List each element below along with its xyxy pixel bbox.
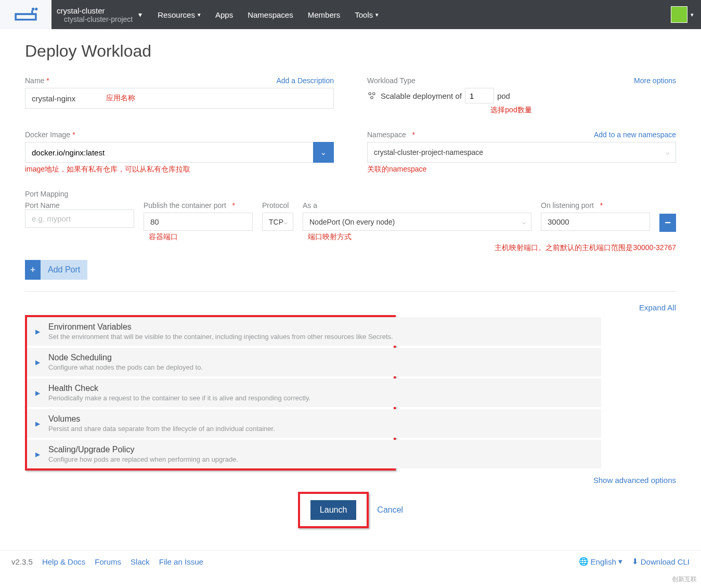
add-port-button[interactable]: + Add Port [25, 260, 87, 280]
forums-link[interactable]: Forums [95, 557, 121, 566]
svg-point-4 [371, 97, 373, 99]
panel-node-scheduling[interactable]: ▶Node SchedulingConfigure what nodes the… [27, 348, 601, 376]
chevron-down-icon: ▾ [138, 10, 142, 19]
protocol-select[interactable]: TCP ⌵ [262, 213, 293, 231]
name-annotation: 应用名称 [106, 94, 135, 103]
namespace-annotation: 关联的namespace [367, 165, 676, 174]
listening-port-label: On listening port * [541, 201, 650, 210]
chevron-down-icon: ⌄ [320, 148, 327, 156]
cluster-name: crystal-cluster [57, 6, 133, 15]
launch-highlight: Launch [298, 492, 369, 528]
scalable-text-post: pod [497, 92, 510, 100]
caret-right-icon: ▶ [35, 451, 40, 458]
panels-highlight: ▶Environment VariablesSet the environmen… [25, 315, 396, 471]
footer: v2.3.5 Help & Docs Forums Slack File an … [0, 550, 701, 572]
panel-desc: Configure how pods are replaced when per… [48, 455, 593, 463]
port-name-label: Port Name [25, 201, 134, 210]
nav-members[interactable]: Members [301, 10, 348, 19]
panel-desc: Configure what nodes the pods can be dep… [48, 363, 593, 371]
expand-all-link[interactable]: Expand All [25, 303, 676, 312]
docker-image-annotation: image地址，如果有私有仓库，可以从私有仓库拉取 [25, 165, 334, 174]
publish-port-label: Publish the container port * [144, 201, 253, 210]
panel-title: Volumes [48, 414, 593, 424]
caret-right-icon: ▶ [35, 328, 40, 335]
nav-resources[interactable]: Resources▾ [150, 10, 208, 19]
svg-point-2 [369, 93, 371, 95]
show-advanced-link[interactable]: Show advanced options [25, 476, 676, 485]
workload-type-label: Workload Type [367, 76, 676, 85]
chevron-down-icon: ⌵ [522, 218, 526, 226]
add-description-link[interactable]: Add a Description [276, 76, 334, 85]
nav-namespaces[interactable]: Namespaces [240, 10, 301, 19]
launch-button[interactable]: Launch [310, 500, 357, 520]
panel-volumes[interactable]: ▶VolumesPersist and share data separate … [27, 409, 601, 438]
pod-count-annotation: 选择pod数量 [367, 106, 676, 115]
panel-scaling-upgrade-policy[interactable]: ▶Scaling/Upgrade PolicyConfigure how pod… [27, 440, 601, 468]
project-name: ctystal-cluster-project [57, 15, 133, 23]
port-name-input[interactable] [25, 210, 134, 228]
caret-right-icon: ▶ [35, 389, 40, 397]
name-input[interactable] [25, 88, 334, 109]
panel-title: Environment Variables [48, 322, 593, 332]
panel-desc: Set the environment that will be visible… [48, 333, 593, 341]
logo[interactable] [0, 0, 51, 29]
rancher-logo-icon [11, 7, 40, 22]
file-issue-link[interactable]: File an Issue [159, 557, 203, 566]
namespace-select[interactable]: crystal-cluster-project-namespace ⌵ [367, 142, 676, 163]
caret-right-icon: ▶ [35, 359, 40, 366]
listening-port-annotation: 主机映射端口。之前默认的主机端口范围是30000-32767 [25, 243, 676, 253]
docker-image-dropdown[interactable]: ⌄ [313, 142, 334, 163]
cluster-selector[interactable]: crystal-cluster ctystal-cluster-project … [51, 0, 148, 29]
panel-desc: Persist and share data separate from the… [48, 425, 593, 433]
chevron-down-icon: ⌵ [284, 218, 288, 226]
as-a-label: As a [303, 201, 531, 210]
help-docs-link[interactable]: Help & Docs [42, 557, 85, 566]
chevron-down-icon: ▾ [375, 11, 379, 18]
svg-point-1 [35, 8, 37, 10]
download-cli-link[interactable]: ⬇ Download CLI [632, 557, 690, 566]
panels-list: ▶Environment VariablesSet the environmen… [27, 317, 601, 468]
scalable-text-pre: Scalable deployment of [381, 92, 462, 100]
user-menu[interactable]: ▾ [664, 0, 701, 29]
remove-port-button[interactable]: − [659, 214, 676, 232]
port-type-annotation: 端口映射方式 [303, 232, 531, 242]
chevron-down-icon: ⌵ [666, 149, 669, 156]
chevron-down-icon: ▾ [198, 11, 201, 18]
svg-point-0 [32, 8, 34, 10]
chevron-down-icon: ▾ [618, 557, 622, 566]
panel-environment-variables[interactable]: ▶Environment VariablesSet the environmen… [27, 317, 601, 346]
container-port-input[interactable] [144, 213, 253, 231]
port-mapping-label: Port Mapping [25, 190, 676, 198]
panel-title: Node Scheduling [48, 353, 593, 362]
panel-title: Scaling/Upgrade Policy [48, 445, 593, 454]
header: crystal-cluster ctystal-cluster-project … [0, 0, 701, 29]
nav-apps[interactable]: Apps [208, 10, 240, 19]
slack-link[interactable]: Slack [131, 557, 150, 566]
plus-icon: + [25, 260, 41, 280]
download-icon: ⬇ [632, 557, 639, 566]
docker-image-input[interactable] [25, 142, 313, 163]
listening-port-input[interactable] [541, 213, 650, 231]
panel-title: Health Check [48, 384, 593, 393]
protocol-label: Protocol [262, 201, 293, 210]
pod-count-input[interactable] [465, 88, 494, 103]
container-port-annotation: 容器端口 [144, 232, 253, 242]
namespace-value: crystal-cluster-project-namespace [374, 148, 483, 156]
panel-desc: Periodically make a request to the conta… [48, 394, 593, 402]
panel-health-check[interactable]: ▶Health CheckPeriodically make a request… [27, 378, 601, 407]
svg-point-3 [373, 93, 375, 95]
more-options-link[interactable]: More options [634, 76, 676, 85]
cancel-button[interactable]: Cancel [377, 505, 403, 515]
nav-menu: Resources▾ Apps Namespaces Members Tools… [148, 0, 664, 29]
add-namespace-link[interactable]: Add to a new namespace [594, 130, 676, 139]
divider [25, 291, 676, 292]
caret-right-icon: ▶ [35, 420, 40, 427]
globe-icon: 🌐 [579, 557, 589, 566]
main-content: Deploy Workload Name* Add a Description … [0, 42, 701, 539]
page-title: Deploy Workload [25, 42, 676, 61]
docker-image-label: Docker Image* [25, 130, 334, 139]
nav-tools[interactable]: Tools▾ [347, 10, 386, 19]
deployment-icon [367, 91, 377, 100]
language-select[interactable]: 🌐 English ▾ [579, 557, 622, 566]
port-type-select[interactable]: NodePort (On every node) ⌵ [303, 213, 531, 231]
